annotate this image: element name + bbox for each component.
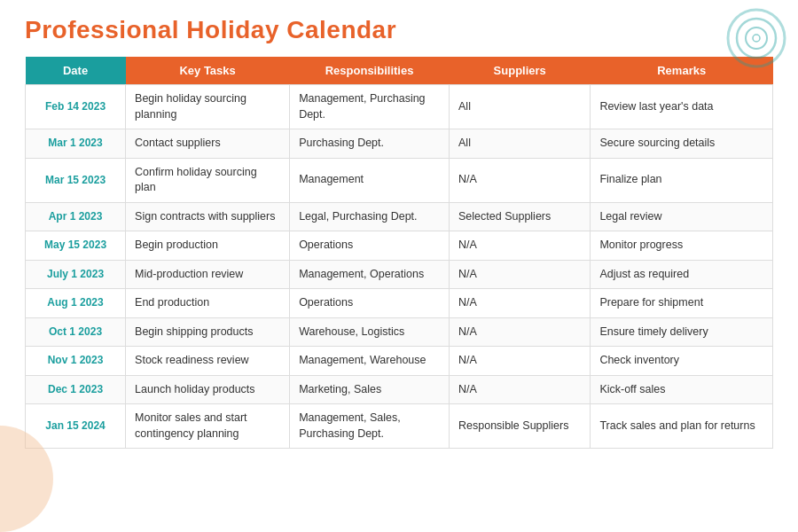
cell-suppliers: Responsible Suppliers <box>450 404 591 449</box>
cell-task: Monitor sales and start contingency plan… <box>126 404 290 449</box>
cell-date: Aug 1 2023 <box>26 289 126 318</box>
cell-date: Apr 1 2023 <box>26 202 126 231</box>
cell-responsibility: Operations <box>290 231 450 261</box>
calendar-table: Date Key Tasks Responsibilities Supplier… <box>25 57 773 449</box>
cell-responsibility: Warehouse, Logistics <box>290 317 450 347</box>
cell-suppliers: N/A <box>450 260 591 289</box>
cell-date: Jan 15 2024 <box>26 404 126 449</box>
cell-task: Launch holiday products <box>126 375 290 404</box>
table-row: Apr 1 2023Sign contracts with suppliersL… <box>26 202 773 231</box>
table-row: Mar 15 2023Confirm holiday sourcing plan… <box>26 158 773 202</box>
cell-suppliers: N/A <box>450 289 591 318</box>
cell-remarks: Prepare for shipment <box>591 289 773 318</box>
cell-suppliers: N/A <box>450 347 591 376</box>
cell-responsibility: Legal, Purchasing Dept. <box>290 202 450 231</box>
cell-responsibility: Management, Purchasing Dept. <box>290 85 450 129</box>
cell-suppliers: N/A <box>450 231 591 261</box>
cell-date: Oct 1 2023 <box>26 317 126 347</box>
cell-date: Mar 1 2023 <box>26 129 126 159</box>
cell-date: Nov 1 2023 <box>26 347 126 376</box>
col-header-responsibilities: Responsibilities <box>290 57 450 85</box>
cell-responsibility: Management <box>290 158 450 202</box>
table-row: July 1 2023Mid-production reviewManageme… <box>26 260 773 289</box>
table-row: Oct 1 2023Begin shipping productsWarehou… <box>26 317 773 347</box>
cell-task: Mid-production review <box>126 260 290 289</box>
cell-date: Feb 14 2023 <box>26 85 126 129</box>
page-wrapper: Professional Holiday Calendar Date Key T… <box>0 0 798 532</box>
cell-task: Begin production <box>126 231 290 261</box>
col-header-tasks: Key Tasks <box>126 57 290 85</box>
cell-remarks: Kick-off sales <box>591 375 773 404</box>
cell-date: Mar 15 2023 <box>26 158 126 202</box>
deco-circles-top-right <box>708 7 787 87</box>
cell-remarks: Review last year's data <box>591 85 773 129</box>
cell-suppliers: All <box>450 129 591 159</box>
table-row: May 15 2023Begin productionOperationsN/A… <box>26 231 773 261</box>
col-header-suppliers: Suppliers <box>450 57 591 85</box>
cell-remarks: Secure sourcing details <box>591 129 773 159</box>
page-title: Professional Holiday Calendar <box>25 16 773 44</box>
cell-date: July 1 2023 <box>26 260 126 289</box>
cell-remarks: Monitor progress <box>591 231 773 261</box>
cell-task: Confirm holiday sourcing plan <box>126 158 290 202</box>
cell-task: Stock readiness review <box>126 347 290 376</box>
table-row: Feb 14 2023Begin holiday sourcing planni… <box>26 85 773 129</box>
table-row: Nov 1 2023Stock readiness reviewManageme… <box>26 347 773 376</box>
cell-responsibility: Management, Operations <box>290 260 450 289</box>
cell-responsibility: Operations <box>290 289 450 318</box>
col-header-date: Date <box>26 57 126 85</box>
cell-remarks: Check inventory <box>591 347 773 376</box>
cell-remarks: Track sales and plan for returns <box>591 404 773 449</box>
svg-point-1 <box>737 19 776 58</box>
table-row: Mar 1 2023Contact suppliersPurchasing De… <box>26 129 773 159</box>
cell-date: Dec 1 2023 <box>26 375 126 404</box>
cell-suppliers: Selected Suppliers <box>450 202 591 231</box>
cell-task: Begin holiday sourcing planning <box>126 85 290 129</box>
cell-responsibility: Marketing, Sales <box>290 375 450 404</box>
cell-responsibility: Purchasing Dept. <box>290 129 450 159</box>
cell-suppliers: All <box>450 85 591 129</box>
cell-date: May 15 2023 <box>26 231 126 261</box>
table-row: Aug 1 2023End productionOperationsN/APre… <box>26 289 773 318</box>
table-row: Jan 15 2024Monitor sales and start conti… <box>26 404 773 449</box>
cell-suppliers: N/A <box>450 375 591 404</box>
cell-remarks: Legal review <box>591 202 773 231</box>
cell-task: End production <box>126 289 290 318</box>
cell-remarks: Ensure timely delivery <box>591 317 773 347</box>
cell-responsibility: Management, Warehouse <box>290 347 450 376</box>
cell-remarks: Finalize plan <box>591 158 773 202</box>
table-row: Dec 1 2023Launch holiday productsMarketi… <box>26 375 773 404</box>
cell-task: Contact suppliers <box>126 129 290 159</box>
cell-task: Sign contracts with suppliers <box>126 202 290 231</box>
svg-point-3 <box>753 35 760 42</box>
cell-task: Begin shipping products <box>126 317 290 347</box>
cell-suppliers: N/A <box>450 158 591 202</box>
cell-suppliers: N/A <box>450 317 591 347</box>
cell-responsibility: Management, Sales, Purchasing Dept. <box>290 404 450 449</box>
svg-point-2 <box>746 27 767 49</box>
cell-remarks: Adjust as required <box>591 260 773 289</box>
